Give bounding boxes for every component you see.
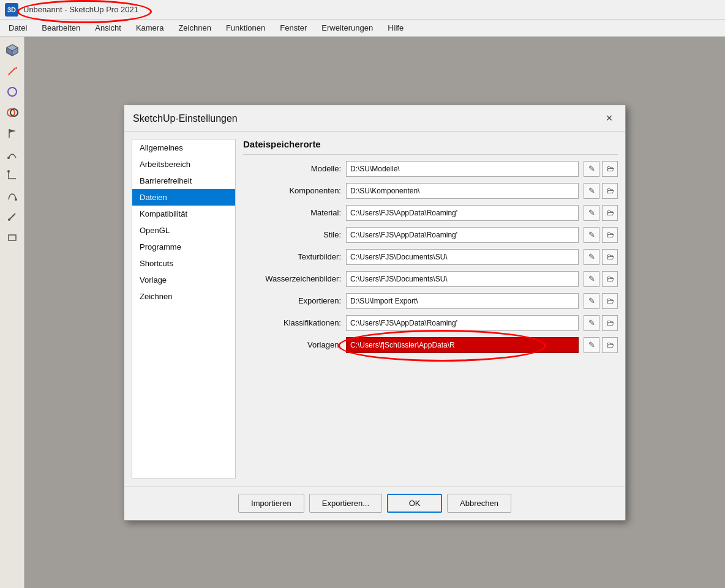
folder-klassifikationen-button[interactable]: 🗁 [602,315,618,331]
menu-erweiterungen[interactable]: Erweiterungen [315,21,379,35]
menu-ansicht[interactable]: Ansicht [89,21,127,35]
app-title: Unbenannt - SketchUp Pro 2021 [23,5,138,14]
nav-opengl[interactable]: OpenGL [132,222,235,239]
modal-overlay: SketchUp-Einstellungen × Allgemeines Arb… [24,37,725,588]
field-input-vorlagen[interactable] [346,337,579,353]
field-input-stile[interactable] [346,227,579,243]
nav-kompatibilitaet[interactable]: Kompatibilität [132,206,235,222]
menu-fenster[interactable]: Fenster [274,21,313,35]
field-actions-komponenten: ✎ 🗁 [584,183,618,199]
field-row-vorlagen: Vorlagen: ✎ 🗁 [243,337,618,353]
toolbar-corner-icon[interactable] [4,166,21,184]
importieren-button[interactable]: Importieren [238,494,304,513]
ok-button[interactable]: OK [387,494,442,513]
toolbar-arc-icon[interactable] [4,146,21,163]
folder-stile-button[interactable]: 🗁 [602,227,618,243]
folder-komponenten-button[interactable]: 🗁 [602,183,618,199]
dialog-close-button[interactable]: × [602,111,617,126]
nav-dateien[interactable]: Dateien [132,189,235,206]
field-input-klassifikationen[interactable] [346,315,579,331]
dialog-nav: Allgemeines Arbeitsbereich Barrierefreih… [132,139,236,478]
toolbar-slash-icon[interactable] [4,208,21,225]
svg-point-13 [7,170,10,173]
folder-material-button[interactable]: 🗁 [602,205,618,221]
toolbar-pencil-icon[interactable] [4,62,21,80]
field-label-wasserzeichenbilder: Wasserzeichenbilder: [243,274,341,283]
folder-vorlagen-button[interactable]: 🗁 [602,337,618,353]
edit-klassifikationen-button[interactable]: ✎ [584,315,599,331]
app-logo: 3D [5,3,18,17]
dialog-footer: Importieren Exportieren... OK Abbrechen [124,486,625,520]
edit-texturbilder-button[interactable]: ✎ [584,249,599,265]
svg-rect-17 [9,235,16,240]
field-input-material[interactable] [346,205,579,221]
field-actions-vorlagen: ✎ 🗁 [584,337,618,353]
dialog-titlebar: SketchUp-Einstellungen × [124,105,625,132]
menu-kamera[interactable]: Kamera [130,21,170,35]
nav-zeichnen[interactable]: Zeichnen [132,288,235,305]
nav-shortcuts[interactable]: Shortcuts [132,255,235,272]
toolbar-curve-icon[interactable] [4,187,21,204]
nav-barrierefreiheit[interactable]: Barrierefreiheit [132,173,235,189]
section-title: Dateispeicherorte [243,139,618,155]
folder-modelle-button[interactable]: 🗁 [602,161,618,177]
svg-marker-11 [9,129,16,133]
menubar: Datei Bearbeiten Ansicht Kamera Zeichnen… [0,20,725,37]
svg-point-12 [7,157,10,159]
edit-exportieren-button[interactable]: ✎ [584,293,599,309]
toolbar-flag-icon[interactable] [4,125,21,142]
dialog-title: SketchUp-Einstellungen [133,113,238,124]
svg-line-4 [9,68,15,75]
field-actions-klassifikationen: ✎ 🗁 [584,315,618,331]
svg-point-14 [15,198,17,201]
field-actions-exportieren: ✎ 🗁 [584,293,618,309]
menu-zeichnen[interactable]: Zeichnen [172,21,217,35]
field-label-stile: Stile: [243,230,341,239]
folder-exportieren-button[interactable]: 🗁 [602,293,618,309]
edit-material-button[interactable]: ✎ [584,205,599,221]
field-label-material: Material: [243,208,341,217]
field-label-klassifikationen: Klassifikationen: [243,318,341,327]
field-actions-wasserzeichenbilder: ✎ 🗁 [584,271,618,287]
content-area: SketchUp-Einstellungen × Allgemeines Arb… [24,37,725,588]
main-area: SketchUp-Einstellungen × Allgemeines Arb… [0,37,725,588]
nav-programme[interactable]: Programme [132,239,235,255]
svg-marker-5 [15,67,17,69]
menu-datei[interactable]: Datei [2,21,33,35]
menu-bearbeiten[interactable]: Bearbeiten [36,21,86,35]
edit-stile-button[interactable]: ✎ [584,227,599,243]
toolbar-rings-icon[interactable] [4,104,21,121]
toolbar-rect-icon[interactable] [4,229,21,246]
exportieren-button[interactable]: Exportieren... [309,494,382,513]
svg-point-7 [8,87,17,96]
edit-komponenten-button[interactable]: ✎ [584,183,599,199]
dialog-content: Dateispeicherorte Modelle: ✎ 🗁 [243,139,618,478]
field-input-komponenten[interactable] [346,183,579,199]
menu-funktionen[interactable]: Funktionen [220,21,271,35]
field-input-wasserzeichenbilder[interactable] [346,271,579,287]
field-input-exportieren[interactable] [346,293,579,309]
nav-arbeitsbereich[interactable]: Arbeitsbereich [132,156,235,173]
titlebar: 3D Unbenannt - SketchUp Pro 2021 [0,0,725,20]
field-label-vorlagen: Vorlagen: [243,340,341,349]
field-label-exportieren: Exportieren: [243,296,341,305]
field-label-modelle: Modelle: [243,164,341,173]
edit-modelle-button[interactable]: ✎ [584,161,599,177]
edit-wasserzeichenbilder-button[interactable]: ✎ [584,271,599,287]
field-label-komponenten: Komponenten: [243,186,341,195]
folder-texturbilder-button[interactable]: 🗁 [602,249,618,265]
field-row-modelle: Modelle: ✎ 🗁 [243,161,618,177]
nav-vorlage[interactable]: Vorlage [132,272,235,288]
field-input-modelle[interactable] [346,161,579,177]
toolbar-cube-icon[interactable] [4,42,21,59]
field-row-texturbilder: Texturbilder: ✎ 🗁 [243,249,618,265]
folder-wasserzeichenbilder-button[interactable]: 🗁 [602,271,618,287]
toolbar-circle-icon[interactable] [4,83,21,100]
edit-vorlagen-button[interactable]: ✎ [584,337,599,353]
svg-line-6 [8,75,9,75]
nav-allgemeines[interactable]: Allgemeines [132,140,235,156]
abbrechen-button[interactable]: Abbrechen [447,494,511,513]
field-actions-material: ✎ 🗁 [584,205,618,221]
field-input-texturbilder[interactable] [346,249,579,265]
menu-hilfe[interactable]: Hilfe [381,21,410,35]
